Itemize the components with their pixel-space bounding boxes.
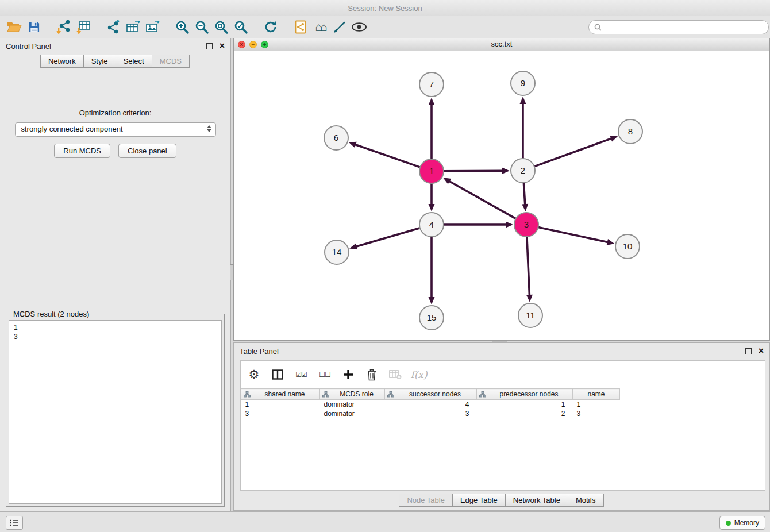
tab-select[interactable]: Select xyxy=(116,55,152,68)
import-table-file-button[interactable] xyxy=(74,18,93,36)
columns-icon xyxy=(272,369,283,380)
graph-edge-3-11[interactable] xyxy=(527,236,530,296)
table-header-row: shared name MCDS role successor nodes pr… xyxy=(241,389,620,400)
window-controls: × − + xyxy=(238,41,268,48)
table-cell[interactable]: 1 xyxy=(573,400,620,410)
close-table-panel-icon[interactable]: × xyxy=(759,347,764,355)
eye-icon xyxy=(351,22,367,32)
export-image-button[interactable] xyxy=(143,18,162,36)
network-overview-button[interactable]: ⌂⌂ xyxy=(310,18,330,36)
task-history-button[interactable] xyxy=(6,516,23,530)
layout-settings-button[interactable] xyxy=(291,18,310,36)
graph-edge-2-8[interactable] xyxy=(534,138,612,167)
column-header-shared-name[interactable]: shared name xyxy=(241,389,320,400)
import-network-file-button[interactable] xyxy=(54,18,74,36)
tab-network[interactable]: Network xyxy=(40,55,84,68)
graph-edge-1-2[interactable] xyxy=(443,171,503,171)
zoom-selected-button[interactable] xyxy=(231,18,251,36)
select-all-button[interactable]: ☑☑ xyxy=(294,367,309,382)
table-panel-title: Table Panel xyxy=(240,347,279,356)
column-header-successor-nodes[interactable]: successor nodes xyxy=(385,389,477,400)
graph-edge-arrow xyxy=(526,295,533,302)
float-panel-icon[interactable] xyxy=(206,43,213,49)
close-panel-button[interactable]: Close panel xyxy=(118,144,176,158)
table-cell[interactable]: 3 xyxy=(573,409,620,418)
graph-edge-arrow xyxy=(429,297,435,304)
table-cell[interactable]: 1 xyxy=(477,400,573,410)
control-panel-tabs: Network Style Select MCDS xyxy=(0,54,230,68)
search-box[interactable] xyxy=(588,20,769,34)
table-cell[interactable]: 1 xyxy=(241,400,320,410)
tab-motifs[interactable]: Motifs xyxy=(568,494,604,507)
table-cell[interactable]: 3 xyxy=(385,409,477,418)
graph-edge-2-3[interactable] xyxy=(523,182,525,205)
zoom-window-button[interactable]: + xyxy=(261,41,268,48)
graph-node-label: 8 xyxy=(628,126,633,136)
close-window-button[interactable]: × xyxy=(238,41,245,48)
graph-edge-3-10[interactable] xyxy=(538,227,609,242)
show-graphics-button[interactable] xyxy=(349,18,369,36)
memory-button[interactable]: Memory xyxy=(719,516,765,530)
tab-style[interactable]: Style xyxy=(83,55,116,68)
graph-edge-1-6[interactable] xyxy=(355,144,421,167)
search-icon xyxy=(594,24,602,31)
graph-node-label: 11 xyxy=(526,310,535,320)
result-line: 1 xyxy=(14,323,217,332)
delete-row-button[interactable] xyxy=(364,367,379,382)
zoom-fit-button[interactable] xyxy=(211,18,231,36)
network-canvas[interactable]: 7968124314101511 xyxy=(234,51,769,340)
table-row[interactable]: 3dominator323 xyxy=(241,409,620,418)
zoom-in-button[interactable] xyxy=(172,18,192,36)
application-window: Session: New Session xyxy=(0,0,770,532)
fx-icon: f(x) xyxy=(410,369,427,380)
add-row-button[interactable] xyxy=(341,367,356,382)
graph-node-label: 2 xyxy=(521,165,525,175)
save-session-button[interactable] xyxy=(24,18,44,36)
table-cell[interactable]: 3 xyxy=(241,409,320,418)
tab-network-table[interactable]: Network Table xyxy=(505,494,568,507)
table-settings-button[interactable]: ⚙ xyxy=(247,367,261,382)
deselect-all-button[interactable]: ☐☐ xyxy=(317,367,332,382)
style-brush-button[interactable] xyxy=(330,18,349,36)
search-input[interactable] xyxy=(605,22,763,32)
close-panel-icon[interactable]: × xyxy=(220,42,225,50)
float-table-panel-icon[interactable] xyxy=(745,348,752,354)
zoom-fit-icon xyxy=(214,20,229,34)
table-cell[interactable]: dominator xyxy=(320,409,385,418)
run-mcds-button[interactable]: Run MCDS xyxy=(54,144,110,158)
graph-node-label: 10 xyxy=(623,241,633,251)
network-window-titlebar: × − + scc.txt xyxy=(234,38,769,51)
window-title: Session: New Session xyxy=(348,4,422,13)
column-edit-icon xyxy=(479,391,486,398)
zoom-out-button[interactable] xyxy=(192,18,211,36)
table-panel: Table Panel × ⚙ ☑☑ ☐☐ xyxy=(233,342,770,511)
trash-icon xyxy=(366,368,378,381)
column-header-mcds-role[interactable]: MCDS role xyxy=(320,389,385,400)
table-cell[interactable]: dominator xyxy=(320,400,385,410)
column-edit-icon xyxy=(387,391,394,398)
tab-mcds[interactable]: MCDS xyxy=(152,55,190,68)
network-share-icon xyxy=(106,20,121,34)
apply-layout-button[interactable] xyxy=(261,18,280,36)
open-session-button[interactable] xyxy=(5,18,24,36)
tab-node-table[interactable]: Node Table xyxy=(399,494,453,507)
save-icon xyxy=(28,21,40,33)
graph-edge-4-14[interactable] xyxy=(356,228,421,247)
mcds-result-list: 1 3 xyxy=(9,320,222,504)
function-builder-button[interactable]: f(x) xyxy=(411,367,426,382)
table-cell[interactable]: 4 xyxy=(385,400,477,410)
export-table-button[interactable] xyxy=(123,18,143,36)
minimize-window-button[interactable]: − xyxy=(249,41,257,48)
graph-edge-3-1[interactable] xyxy=(449,181,517,219)
toggle-column-button[interactable] xyxy=(270,367,285,382)
delete-table-button[interactable] xyxy=(388,367,403,382)
export-network-button[interactable] xyxy=(103,18,123,36)
column-header-predecessor-nodes[interactable]: predecessor nodes xyxy=(477,389,573,400)
table-cell[interactable]: 2 xyxy=(477,409,573,418)
optimization-criterion-select[interactable]: strongly connected component xyxy=(15,122,216,137)
graph-edge-arrow xyxy=(610,136,618,141)
zoom-in-icon xyxy=(175,20,190,34)
table-row[interactable]: 1dominator411 xyxy=(241,400,620,410)
column-header-name[interactable]: name xyxy=(573,389,620,400)
tab-edge-table[interactable]: Edge Table xyxy=(452,494,506,507)
